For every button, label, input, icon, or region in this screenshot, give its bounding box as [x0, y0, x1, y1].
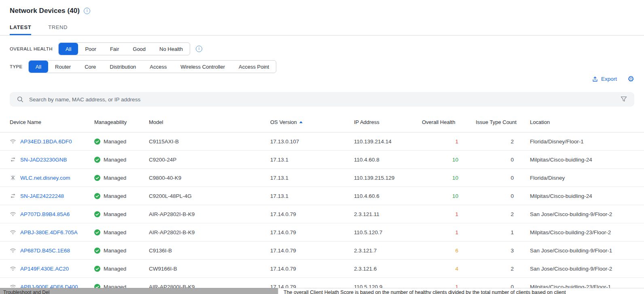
model-cell: CW9166I-B [149, 266, 270, 272]
search-input[interactable] [29, 97, 615, 103]
gear-icon[interactable]: ⚙ [627, 75, 634, 83]
manageability-label: Managed [104, 229, 126, 235]
column-header-overall-health[interactable]: Overall Health [422, 119, 476, 125]
sort-ascending-icon [299, 121, 303, 123]
table-row: AP149F.430E.AC20ManagedCW9166I-B17.14.0.… [0, 260, 644, 278]
wifi-ap-icon [10, 138, 16, 145]
location-cell: Florida/Disney [530, 175, 644, 181]
tooltip-text: The overall Client Helath Score is based… [278, 290, 566, 294]
page-title: Network Devices (40) [10, 7, 80, 15]
type-option-all[interactable]: All [29, 61, 48, 73]
type-label: TYPE [10, 64, 23, 69]
location-cell: Florida/Disney/Floor-1 [530, 139, 644, 145]
managed-check-icon [94, 229, 100, 235]
export-button[interactable]: Export [592, 76, 617, 82]
overall-health-option-all[interactable]: All [59, 43, 78, 55]
tab-trend[interactable]: TREND [48, 20, 68, 35]
device-name-link[interactable]: SN-JAD23230GNB [20, 157, 67, 163]
ip-address-cell: 110.139.215.129 [354, 175, 422, 181]
ip-address-cell: 110.5.120.7 [354, 229, 422, 235]
table-header-row: Device NameManageabilityModelOS VersionI… [0, 112, 644, 132]
overall-health-option-fair[interactable]: Fair [103, 43, 126, 55]
manageability-cell: Managed [94, 266, 149, 272]
type-option-access-point[interactable]: Access Point [232, 61, 276, 73]
overall-health-option-poor[interactable]: Poor [78, 43, 103, 55]
model-cell: C9115AXI-B [149, 139, 270, 145]
column-header-model[interactable]: Model [149, 119, 270, 125]
managed-check-icon [94, 157, 100, 163]
os-version-cell: 17.13.1 [270, 175, 354, 181]
ip-address-cell: 110.4.60.6 [354, 193, 422, 199]
device-name-cell: AP34ED.1BDA.6DF0 [10, 138, 94, 145]
overall-health-cell: 1 [422, 139, 476, 145]
column-header-ip-address[interactable]: IP Address [354, 119, 422, 125]
issue-type-count-cell: 2 [476, 139, 530, 145]
table-row: SN-JAD23230GNBManagedC9200-24P17.13.1110… [0, 151, 644, 169]
manageability-label: Managed [104, 193, 126, 199]
overall-health-option-good[interactable]: Good [126, 43, 153, 55]
column-header-device-name[interactable]: Device Name [10, 119, 94, 125]
overall-health-cell: 1 [422, 211, 476, 217]
column-header-label: Overall Health [422, 119, 455, 125]
manageability-cell: Managed [94, 139, 149, 145]
switch-icon [10, 193, 16, 199]
wifi-ap-icon [10, 211, 16, 217]
tab-latest[interactable]: LATEST [10, 20, 31, 35]
type-option-core[interactable]: Core [78, 61, 103, 73]
manageability-label: Managed [104, 211, 126, 217]
device-name-link[interactable]: SN-JAE24222248 [20, 193, 64, 199]
column-header-manageability[interactable]: Manageability [94, 119, 149, 125]
ip-address-cell: 110.139.214.14 [354, 139, 422, 145]
device-name-link[interactable]: WLC.net.disney.com [20, 175, 70, 181]
manageability-cell: Managed [94, 229, 149, 235]
device-name-link[interactable]: APBJ-380E.4DF6.705A [20, 229, 78, 235]
type-filter-row: TYPE AllRouterCoreDistributionAccessWire… [10, 60, 276, 73]
page-header: Network Devices (40) i [10, 7, 90, 15]
device-name-cell: AP149F.430E.AC20 [10, 265, 94, 272]
column-header-location[interactable]: Location [530, 119, 644, 125]
type-option-access[interactable]: Access [143, 61, 174, 73]
overall-health-cell: 4 [422, 266, 476, 272]
model-cell: C9200-24P [149, 157, 270, 163]
filter-funnel-icon[interactable] [621, 96, 627, 103]
table-row: SN-JAE24222248ManagedC9200L-48PL-4G17.13… [0, 187, 644, 205]
ip-address-cell: 2.3.121.6 [354, 266, 422, 272]
device-name-cell: WLC.net.disney.com [10, 174, 94, 181]
column-header-os-version[interactable]: OS Version [270, 119, 354, 125]
info-icon[interactable]: i [84, 8, 90, 14]
overall-health-cell: 1 [422, 229, 476, 235]
device-name-cell: AP687D.B45C.1E68 [10, 247, 94, 254]
switch-icon [10, 156, 16, 163]
table-row: WLC.net.disney.comManagedC9800-40-K917.1… [0, 169, 644, 187]
device-name-cell: AP707D.B9B4.85A6 [10, 211, 94, 217]
device-name-cell: APBJ-380E.4DF6.705A [10, 229, 94, 235]
device-name-link[interactable]: AP687D.B45C.1E68 [20, 248, 70, 254]
location-cell: San Jose/Cisco-building-9/Floor-1 [530, 248, 644, 254]
model-cell: AIR-AP2802I-B-K9 [149, 211, 270, 217]
manageability-cell: Managed [94, 175, 149, 181]
wifi-ap-icon [10, 265, 16, 272]
manageability-cell: Managed [94, 248, 149, 254]
search-icon [17, 96, 23, 103]
manageability-cell: Managed [94, 211, 149, 217]
column-header-label: IP Address [354, 119, 379, 125]
type-option-router[interactable]: Router [48, 61, 78, 73]
device-name-link[interactable]: AP707D.B9B4.85A6 [20, 211, 70, 217]
type-option-distribution[interactable]: Distribution [103, 61, 143, 73]
device-table-body: AP34ED.1BDA.6DF0ManagedC9115AXI-B17.13.0… [0, 132, 644, 294]
column-header-label: Device Name [10, 119, 41, 125]
tabs: LATESTTREND [0, 20, 644, 36]
managed-check-icon [94, 266, 100, 272]
type-option-wireless-controller[interactable]: Wireless Controller [174, 61, 232, 73]
column-header-issue-type-count[interactable]: Issue Type Count [476, 119, 530, 125]
device-name-link[interactable]: AP34ED.1BDA.6DF0 [20, 139, 72, 145]
os-version-cell: 17.13.0.107 [270, 139, 354, 145]
health-score-tooltip: The overall Client Helath Score is based… [278, 288, 644, 294]
device-name-link[interactable]: AP149F.430E.AC20 [20, 266, 69, 272]
overall-health-option-no-health[interactable]: No Health [153, 43, 190, 55]
overall-health-cell: 10 [422, 193, 476, 199]
managed-check-icon [94, 193, 100, 199]
manageability-label: Managed [104, 175, 126, 181]
info-icon[interactable]: i [196, 46, 202, 52]
model-cell: C9200L-48PL-4G [149, 193, 270, 199]
